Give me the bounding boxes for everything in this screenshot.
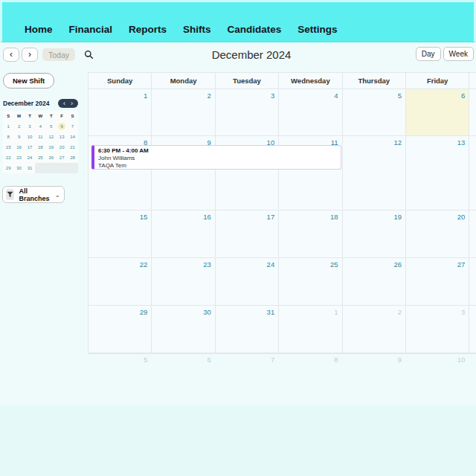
day-cell[interactable]: 3 [406,306,469,353]
mini-day-cell[interactable]: 13 [57,132,67,142]
mini-day-cell[interactable]: 30 [13,163,24,173]
day-cell[interactable]: 19 [343,210,406,258]
date-number: 7 [71,124,74,129]
mini-day-cell[interactable]: 27 [57,152,67,163]
date-number: 9 [18,135,20,139]
top-navbar: Home Financial Reports Shifts Candidates… [0,0,476,42]
day-cell[interactable]: 24 [216,258,279,306]
mini-day-cell[interactable]: 21 [67,142,77,152]
branch-filter-dropdown[interactable]: All Branches ⌄ [2,186,65,203]
nav-item-home[interactable]: Home [25,24,53,35]
mini-day-cell[interactable]: 22 [3,152,13,163]
day-cell[interactable]: 2 [343,306,406,353]
day-cell[interactable]: 1 [89,89,152,136]
mini-day-cell[interactable]: 19 [46,142,57,152]
mini-day-cell[interactable]: 10 [25,132,35,142]
mini-day-cell[interactable]: 20 [57,142,67,152]
date-number: 23 [16,155,22,160]
day-cell[interactable]: 26 [343,258,406,306]
mini-prev-icon[interactable]: ‹ [63,100,65,107]
day-cell[interactable]: 13 [406,136,469,210]
mini-day-cell[interactable]: 1 [3,121,13,132]
mini-weekday-header: W [35,111,45,121]
day-cell[interactable]: 22 [89,258,152,306]
day-cell[interactable]: 6 [406,89,469,136]
day-cell[interactable]: 15 [89,210,152,258]
mini-day-cell[interactable]: 23 [13,152,24,163]
mini-day-cell[interactable]: 5 [46,121,57,132]
mini-day-cell[interactable]: 15 [3,142,13,152]
day-cell[interactable]: 9 [343,353,406,354]
mini-weekday-header: S [3,111,13,121]
mini-day-cell[interactable]: 25 [35,152,45,163]
day-cell[interactable] [469,258,476,306]
day-cell[interactable]: 20 [406,210,469,258]
day-cell[interactable]: 10 [406,353,469,354]
mini-day-cell[interactable]: 3 [25,121,35,132]
mini-day-cell[interactable]: 17 [25,142,35,152]
mini-day-cell[interactable]: 24 [25,152,35,163]
day-cell[interactable]: 23 [152,258,215,306]
day-cell[interactable]: 5 [89,353,152,354]
today-button[interactable]: Today [42,48,75,61]
day-cell[interactable]: 29 [89,306,152,353]
date-number: 20 [60,145,65,149]
day-cell[interactable]: 4 [279,89,342,136]
nav-item-reports[interactable]: Reports [129,24,167,35]
day-cell[interactable]: 27 [406,258,469,306]
day-cell[interactable] [469,136,476,210]
shift-event[interactable]: 6:30 PM - 4:00 AM John Williams TAQA Tem [91,145,341,170]
nav-item-settings[interactable]: Settings [298,24,337,35]
day-cell[interactable]: 8 [279,353,342,354]
day-cell[interactable]: 6 [152,353,215,354]
day-cell[interactable]: 31 [216,306,279,353]
mini-day-cell[interactable]: 6 [57,121,67,132]
day-cell[interactable] [469,210,476,258]
nav-item-candidates[interactable]: Candidates [228,24,282,35]
search-icon[interactable] [84,50,94,60]
date-number: 8 [334,356,338,364]
day-cell[interactable]: 3 [216,89,279,136]
day-cell[interactable]: 2 [152,89,215,136]
mini-day-cell[interactable]: 8 [3,132,13,142]
day-cell[interactable] [469,353,476,354]
mini-weekday-header: M [13,111,24,121]
toolbar: ‹ › Today December 2024 Day Week [0,42,476,67]
day-view-button[interactable]: Day [416,47,441,61]
mini-day-cell[interactable]: 7 [67,121,77,132]
mini-day-cell[interactable]: 31 [25,163,35,173]
day-cell[interactable]: 25 [279,258,342,306]
mini-day-cell[interactable]: 12 [46,132,57,142]
date-number: 3 [271,91,274,100]
day-cell[interactable]: 16 [152,210,215,258]
day-cell[interactable]: 12 [343,136,406,210]
mini-day-cell[interactable]: 2 [13,121,24,132]
prev-month-button[interactable]: ‹ [3,48,19,62]
mini-next-icon[interactable]: › [71,100,73,107]
day-cell[interactable]: 30 [152,306,215,353]
day-cell[interactable]: 17 [216,210,279,258]
mini-day-cell[interactable]: 11 [35,132,45,142]
next-month-button[interactable]: › [22,48,38,62]
date-number: 18 [38,145,43,149]
mini-day-cell[interactable]: 18 [35,142,45,152]
nav-item-financial[interactable]: Financial [69,24,113,35]
mini-day-cell[interactable]: 26 [46,152,57,163]
mini-day-cell[interactable]: 4 [35,121,45,132]
date-number: 30 [203,308,211,316]
new-shift-button[interactable]: New Shift [3,73,54,89]
mini-day-cell[interactable]: 28 [67,152,77,163]
day-cell[interactable] [469,306,476,353]
day-cell[interactable]: 7 [216,353,279,354]
mini-day-cell[interactable]: 16 [13,142,24,152]
date-number: 22 [140,260,148,268]
day-cell[interactable]: 5 [343,89,406,136]
mini-day-cell[interactable]: 9 [13,132,24,142]
nav-item-shifts[interactable]: Shifts [183,24,211,35]
mini-day-cell[interactable]: 29 [3,163,13,173]
week-view-button[interactable]: Week [443,47,474,61]
mini-day-cell[interactable]: 14 [67,132,77,142]
day-cell[interactable]: 18 [279,210,342,258]
day-cell[interactable] [469,89,476,136]
day-cell[interactable]: 1 [279,306,342,353]
